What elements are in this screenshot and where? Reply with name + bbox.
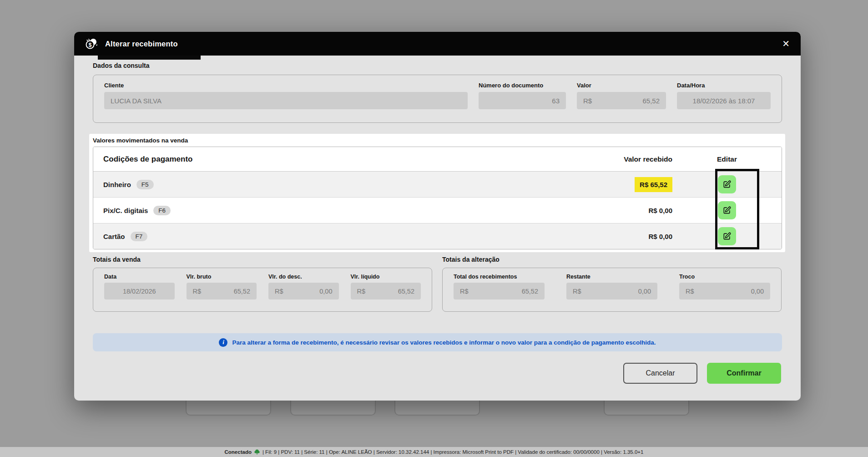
payment-name: Dinheiro xyxy=(103,181,131,188)
table-row-pix: Pix/C. digitais F6 R$ 0,00 xyxy=(93,198,782,223)
totais-venda-fieldset: Data 18/02/2026 Vlr. bruto R$ 65,52 Vlr.… xyxy=(93,268,432,312)
col-value-header: Valor recebido xyxy=(527,155,672,163)
vlr-liquido-label: Vlr. líquido xyxy=(351,274,421,280)
header-fragment xyxy=(98,56,201,60)
totais-alteracao-fieldset: Total dos recebimentos R$ 65,52 Restante… xyxy=(442,268,782,312)
payment-name: Pix/C. digitais xyxy=(103,207,148,214)
payment-conditions-table: Codições de pagamento Valor recebido Edi… xyxy=(93,147,782,249)
info-banner-text: Para alterar a forma de recebimento, é n… xyxy=(232,339,656,346)
totais-alteracao-title: Totais da alteração xyxy=(442,256,500,263)
col-payment-header: Codições de pagamento xyxy=(93,155,527,164)
restante-label: Restante xyxy=(566,274,657,280)
troco-label: Troco xyxy=(679,274,770,280)
dialog-header: $ Alterar recebimento ✕ xyxy=(74,32,801,56)
vlr-bruto-field: R$ 65,52 xyxy=(187,283,257,300)
close-icon[interactable]: ✕ xyxy=(782,39,790,48)
total-recebimentos-field: R$ 65,52 xyxy=(454,283,545,300)
edit-pencil-icon xyxy=(722,180,732,189)
svg-text:$: $ xyxy=(89,42,92,48)
edit-pix-button[interactable] xyxy=(718,201,736,219)
confirm-button[interactable]: Confirmar xyxy=(707,363,781,384)
status-bar: Conectado | Fil: 9 | PDV: 11 | Série: 11… xyxy=(0,447,868,457)
restante-field: R$ 0,00 xyxy=(566,283,657,300)
vlr-desc-field: R$ 0,00 xyxy=(268,283,339,300)
totais-venda-title: Totais da venda xyxy=(93,256,141,263)
status-details: | Fil: 9 | PDV: 11 | Série: 11 | Ope: AL… xyxy=(262,449,644,455)
tree-icon xyxy=(254,449,260,455)
table-row-cartao: Cartão F7 R$ 0,00 xyxy=(93,223,782,249)
vlr-desc-label: Vlr. do desc. xyxy=(268,274,339,280)
valores-section-title: Valores movimentados na venda xyxy=(93,137,188,144)
alterar-recebimento-dialog: $ Alterar recebimento ✕ Dados da consult… xyxy=(74,32,801,401)
consulta-section-title: Dados da consulta xyxy=(93,62,149,69)
shortcut-badge: F5 xyxy=(136,180,154,189)
total-recebimentos-label: Total dos recebimentos xyxy=(454,274,545,280)
data-label: Data xyxy=(104,274,175,280)
table-row-dinheiro: Dinheiro F5 R$ 65,52 xyxy=(93,172,782,198)
dialog-title: Alterar recebimento xyxy=(105,40,178,48)
datahora-label: Data/Hora xyxy=(677,82,771,89)
vlr-liquido-field: R$ 65,52 xyxy=(351,283,421,300)
shortcut-badge: F7 xyxy=(131,232,148,241)
edit-dinheiro-button[interactable] xyxy=(718,175,736,193)
cancel-button[interactable]: Cancelar xyxy=(623,363,697,384)
payment-name: Cartão xyxy=(103,233,125,240)
col-edit-header: Editar xyxy=(672,155,782,163)
vlr-bruto-label: Vlr. bruto xyxy=(187,274,257,280)
edit-pencil-icon xyxy=(722,232,732,241)
received-value: R$ 0,00 xyxy=(648,233,672,240)
edit-pencil-icon xyxy=(722,206,732,215)
documento-label: Número do documento xyxy=(479,82,566,89)
info-icon: i xyxy=(219,338,227,347)
valor-label: Valor xyxy=(577,82,666,89)
data-field: 18/02/2026 xyxy=(104,283,175,300)
money-exchange-icon: $ xyxy=(85,37,99,50)
documento-field: 63 xyxy=(479,92,566,109)
info-banner: i Para alterar a forma de recebimento, é… xyxy=(93,333,782,351)
table-header-row: Codições de pagamento Valor recebido Edi… xyxy=(93,147,782,172)
troco-field: R$ 0,00 xyxy=(679,283,770,300)
cliente-label: Cliente xyxy=(104,82,468,89)
valor-field: R$ 65,52 xyxy=(577,92,666,109)
cliente-field: LUCIA DA SILVA xyxy=(104,92,468,109)
consulta-fieldset: Cliente LUCIA DA SILVA Número do documen… xyxy=(93,75,782,123)
datahora-field: 18/02/2026 às 18:07 xyxy=(677,92,771,109)
edit-cartao-button[interactable] xyxy=(718,227,736,245)
connection-status: Conectado xyxy=(225,449,252,455)
received-value-highlighted: R$ 65,52 xyxy=(635,177,672,192)
received-value: R$ 0,00 xyxy=(648,207,672,214)
shortcut-badge: F6 xyxy=(153,206,171,215)
